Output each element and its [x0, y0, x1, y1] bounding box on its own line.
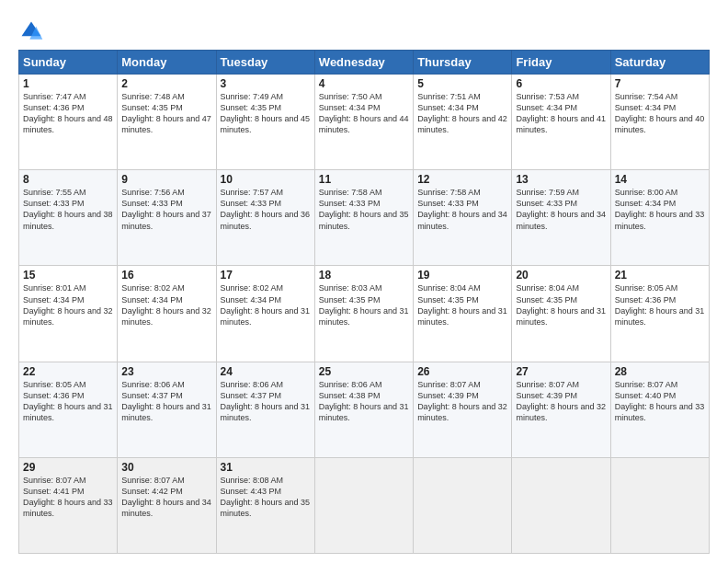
calendar-cell: 11Sunrise: 7:58 AMSunset: 4:33 PMDayligh…	[314, 170, 413, 266]
cell-info: Sunrise: 8:01 AMSunset: 4:34 PMDaylight:…	[23, 283, 113, 326]
header	[18, 15, 710, 44]
cell-info: Sunrise: 8:06 AMSunset: 4:37 PMDaylight:…	[221, 380, 311, 422]
cell-info: Sunrise: 8:07 AMSunset: 4:39 PMDaylight:…	[516, 380, 606, 422]
cell-info: Sunrise: 8:06 AMSunset: 4:37 PMDaylight:…	[121, 380, 211, 422]
calendar-cell: 15Sunrise: 8:01 AMSunset: 4:34 PMDayligh…	[19, 266, 118, 362]
cell-info: Sunrise: 7:54 AMSunset: 4:34 PMDaylight:…	[615, 92, 705, 134]
calendar-cell: 3Sunrise: 7:49 AMSunset: 4:35 PMDaylight…	[216, 75, 314, 170]
calendar-cell: 13Sunrise: 7:59 AMSunset: 4:33 PMDayligh…	[512, 170, 610, 266]
cell-info: Sunrise: 7:50 AMSunset: 4:34 PMDaylight:…	[319, 92, 409, 134]
calendar-week-row: 8Sunrise: 7:55 AMSunset: 4:33 PMDaylight…	[19, 170, 710, 266]
day-number: 28	[615, 365, 705, 378]
calendar-cell: 17Sunrise: 8:02 AMSunset: 4:34 PMDayligh…	[216, 266, 314, 362]
calendar-cell: 1Sunrise: 7:47 AMSunset: 4:36 PMDaylight…	[19, 75, 118, 170]
day-number: 29	[23, 461, 113, 474]
calendar-cell: 31Sunrise: 8:08 AMSunset: 4:43 PMDayligh…	[216, 457, 314, 553]
cell-info: Sunrise: 7:48 AMSunset: 4:35 PMDaylight:…	[121, 92, 211, 134]
calendar-cell	[414, 457, 512, 553]
calendar-cell: 29Sunrise: 8:07 AMSunset: 4:41 PMDayligh…	[19, 457, 118, 553]
calendar-cell: 26Sunrise: 8:07 AMSunset: 4:39 PMDayligh…	[414, 362, 512, 457]
day-number: 25	[319, 365, 409, 378]
calendar-cell: 21Sunrise: 8:05 AMSunset: 4:36 PMDayligh…	[610, 266, 709, 362]
cell-info: Sunrise: 7:53 AMSunset: 4:34 PMDaylight:…	[516, 92, 606, 134]
calendar-cell: 12Sunrise: 7:58 AMSunset: 4:33 PMDayligh…	[414, 170, 512, 266]
cell-info: Sunrise: 8:05 AMSunset: 4:36 PMDaylight:…	[23, 380, 113, 422]
day-number: 9	[121, 173, 211, 186]
calendar-cell: 22Sunrise: 8:05 AMSunset: 4:36 PMDayligh…	[19, 362, 118, 457]
calendar-cell: 2Sunrise: 7:48 AMSunset: 4:35 PMDaylight…	[118, 75, 216, 170]
cell-info: Sunrise: 7:58 AMSunset: 4:33 PMDaylight:…	[417, 188, 507, 230]
calendar-cell: 6Sunrise: 7:53 AMSunset: 4:34 PMDaylight…	[512, 75, 610, 170]
calendar-table: SundayMondayTuesdayWednesdayThursdayFrid…	[18, 50, 710, 554]
cell-info: Sunrise: 8:04 AMSunset: 4:35 PMDaylight:…	[417, 283, 507, 326]
calendar-cell: 7Sunrise: 7:54 AMSunset: 4:34 PMDaylight…	[610, 75, 709, 170]
calendar-cell: 16Sunrise: 8:02 AMSunset: 4:34 PMDayligh…	[118, 266, 216, 362]
day-number: 23	[121, 365, 211, 378]
calendar-day-header: Sunday	[19, 51, 118, 75]
calendar-cell: 10Sunrise: 7:57 AMSunset: 4:33 PMDayligh…	[216, 170, 314, 266]
day-number: 21	[615, 269, 705, 282]
day-number: 24	[221, 365, 311, 378]
cell-info: Sunrise: 8:07 AMSunset: 4:39 PMDaylight:…	[417, 380, 507, 422]
cell-info: Sunrise: 7:49 AMSunset: 4:35 PMDaylight:…	[221, 92, 311, 134]
calendar-day-header: Saturday	[610, 51, 709, 75]
calendar-cell: 25Sunrise: 8:06 AMSunset: 4:38 PMDayligh…	[314, 362, 413, 457]
day-number: 26	[417, 365, 507, 378]
calendar-week-row: 29Sunrise: 8:07 AMSunset: 4:41 PMDayligh…	[19, 457, 710, 553]
calendar-cell: 28Sunrise: 8:07 AMSunset: 4:40 PMDayligh…	[610, 362, 709, 457]
cell-info: Sunrise: 7:47 AMSunset: 4:36 PMDaylight:…	[23, 92, 113, 134]
day-number: 11	[319, 173, 409, 186]
calendar-cell: 8Sunrise: 7:55 AMSunset: 4:33 PMDaylight…	[19, 170, 118, 266]
day-number: 14	[615, 173, 705, 186]
calendar-body: 1Sunrise: 7:47 AMSunset: 4:36 PMDaylight…	[19, 75, 710, 554]
calendar-cell: 20Sunrise: 8:04 AMSunset: 4:35 PMDayligh…	[512, 266, 610, 362]
cell-info: Sunrise: 8:00 AMSunset: 4:34 PMDaylight:…	[615, 188, 705, 230]
cell-info: Sunrise: 8:03 AMSunset: 4:35 PMDaylight:…	[319, 283, 409, 326]
cell-info: Sunrise: 8:05 AMSunset: 4:36 PMDaylight:…	[615, 283, 705, 326]
day-number: 6	[516, 77, 606, 90]
calendar-cell: 30Sunrise: 8:07 AMSunset: 4:42 PMDayligh…	[118, 457, 216, 553]
cell-info: Sunrise: 7:56 AMSunset: 4:33 PMDaylight:…	[121, 188, 211, 230]
day-number: 22	[23, 365, 113, 378]
day-number: 5	[417, 77, 507, 90]
calendar-cell: 5Sunrise: 7:51 AMSunset: 4:34 PMDaylight…	[414, 75, 512, 170]
calendar-day-header: Monday	[118, 51, 216, 75]
day-number: 30	[121, 461, 211, 474]
logo	[18, 18, 48, 44]
calendar-cell	[610, 457, 709, 553]
day-number: 10	[221, 173, 311, 186]
cell-info: Sunrise: 7:58 AMSunset: 4:33 PMDaylight:…	[319, 188, 409, 230]
cell-info: Sunrise: 8:06 AMSunset: 4:38 PMDaylight:…	[319, 380, 409, 422]
calendar-cell: 23Sunrise: 8:06 AMSunset: 4:37 PMDayligh…	[118, 362, 216, 457]
calendar-cell: 18Sunrise: 8:03 AMSunset: 4:35 PMDayligh…	[314, 266, 413, 362]
day-number: 27	[516, 365, 606, 378]
day-number: 31	[221, 461, 311, 474]
day-number: 7	[615, 77, 705, 90]
day-number: 2	[121, 77, 211, 90]
calendar-cell	[512, 457, 610, 553]
cell-info: Sunrise: 7:55 AMSunset: 4:33 PMDaylight:…	[23, 188, 113, 230]
day-number: 19	[417, 269, 507, 282]
cell-info: Sunrise: 8:08 AMSunset: 4:43 PMDaylight:…	[221, 476, 311, 518]
calendar-cell: 9Sunrise: 7:56 AMSunset: 4:33 PMDaylight…	[118, 170, 216, 266]
calendar-header-row: SundayMondayTuesdayWednesdayThursdayFrid…	[19, 51, 710, 75]
calendar-day-header: Friday	[512, 51, 610, 75]
cell-info: Sunrise: 7:51 AMSunset: 4:34 PMDaylight:…	[417, 92, 507, 134]
day-number: 8	[23, 173, 113, 186]
calendar-cell: 14Sunrise: 8:00 AMSunset: 4:34 PMDayligh…	[610, 170, 709, 266]
cell-info: Sunrise: 7:59 AMSunset: 4:33 PMDaylight:…	[516, 188, 606, 230]
cell-info: Sunrise: 8:07 AMSunset: 4:42 PMDaylight:…	[121, 476, 211, 518]
calendar-cell: 4Sunrise: 7:50 AMSunset: 4:34 PMDaylight…	[314, 75, 413, 170]
calendar-cell: 19Sunrise: 8:04 AMSunset: 4:35 PMDayligh…	[414, 266, 512, 362]
day-number: 13	[516, 173, 606, 186]
day-number: 12	[417, 173, 507, 186]
calendar-cell: 24Sunrise: 8:06 AMSunset: 4:37 PMDayligh…	[216, 362, 314, 457]
calendar-week-row: 1Sunrise: 7:47 AMSunset: 4:36 PMDaylight…	[19, 75, 710, 170]
calendar-week-row: 15Sunrise: 8:01 AMSunset: 4:34 PMDayligh…	[19, 266, 710, 362]
day-number: 4	[319, 77, 409, 90]
day-number: 18	[319, 269, 409, 282]
day-number: 17	[221, 269, 311, 282]
day-number: 20	[516, 269, 606, 282]
calendar-day-header: Wednesday	[314, 51, 413, 75]
cell-info: Sunrise: 8:02 AMSunset: 4:34 PMDaylight:…	[121, 283, 211, 326]
